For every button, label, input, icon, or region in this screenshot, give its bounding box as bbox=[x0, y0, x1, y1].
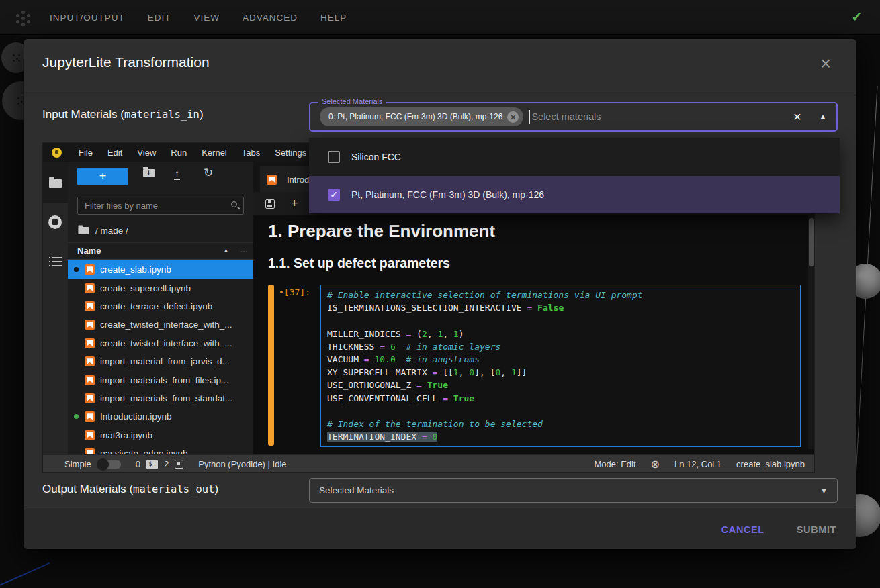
output-materials-select[interactable]: Selected Materials ▼ bbox=[309, 478, 838, 503]
notebook-file-icon bbox=[85, 338, 95, 348]
file-row[interactable]: Introduction.ipynb bbox=[68, 407, 253, 426]
code-line bbox=[327, 314, 794, 327]
file-name: import_material_from_jarvis_d... bbox=[100, 356, 230, 366]
app-bar: INPUT/OUTPUTEDITVIEWADVANCEDHELP ✓ bbox=[0, 0, 880, 35]
terminal-icon: $_ bbox=[146, 460, 158, 469]
filter-files-input[interactable]: Filter files by name bbox=[77, 197, 244, 215]
materials-dropdown-menu: Silicon FCC✓Pt, Platinum, FCC (Fm-3m) 3D… bbox=[309, 138, 840, 213]
jupyter-menus: FileEditViewRunKernelTabsSettings bbox=[71, 148, 314, 158]
appbar-menu-edit[interactable]: EDIT bbox=[148, 13, 171, 23]
divider bbox=[24, 93, 856, 93]
jupyter-menu-run[interactable]: Run bbox=[163, 148, 194, 158]
vertical-scrollbar[interactable] bbox=[808, 215, 815, 449]
material-chip-label: 0: Pt, Platinum, FCC (Fm-3m) 3D (Bulk), … bbox=[328, 112, 502, 121]
sort-caret-icon[interactable]: ▲ bbox=[223, 247, 229, 254]
running-sessions-icon[interactable] bbox=[48, 215, 62, 229]
file-row[interactable]: create_twisted_interface_with_... bbox=[68, 315, 253, 334]
filter-placeholder: Filter files by name bbox=[85, 201, 158, 211]
code-line: USE_ORTHOGONAL_Z = True bbox=[327, 379, 794, 391]
notebook-file-icon bbox=[85, 320, 95, 330]
jupyter-menu-edit[interactable]: Edit bbox=[100, 148, 130, 158]
close-icon[interactable]: × bbox=[820, 55, 831, 73]
more-icon[interactable]: … bbox=[240, 245, 248, 254]
file-row[interactable]: create_supercell.ipynb bbox=[68, 279, 253, 297]
trust-shield-icon[interactable]: ⊗ bbox=[651, 458, 660, 471]
chip-delete-icon[interactable]: × bbox=[507, 111, 519, 123]
new-launcher-button[interactable]: + bbox=[77, 168, 128, 185]
cell-collapser-bar[interactable] bbox=[268, 285, 274, 446]
appbar-menu-view[interactable]: VIEW bbox=[194, 13, 220, 23]
submit-button[interactable]: SUBMIT bbox=[797, 524, 836, 535]
appbar-menu-advanced[interactable]: ADVANCED bbox=[243, 13, 298, 23]
appbar-menu-input-output[interactable]: INPUT/OUTPUT bbox=[50, 13, 125, 23]
upload-icon[interactable]: ↑ bbox=[174, 169, 180, 180]
clear-selection-icon[interactable]: × bbox=[793, 110, 801, 124]
file-browser-icon[interactable] bbox=[49, 179, 62, 188]
mode-indicator: Mode: Edit bbox=[594, 459, 635, 469]
app-logo-icon[interactable] bbox=[16, 11, 31, 26]
jupyter-menu-kernel[interactable]: Kernel bbox=[194, 148, 234, 158]
cursor-position[interactable]: Ln 12, Col 1 bbox=[674, 459, 721, 469]
file-row[interactable]: create_slab.ipynb bbox=[68, 260, 253, 279]
checkbox-checked-icon[interactable]: ✓ bbox=[328, 189, 340, 201]
notebook-file-icon bbox=[85, 448, 95, 454]
jupyterlite-transformation-dialog: JupyterLite Transformation × Input Mater… bbox=[24, 39, 856, 549]
material-chip[interactable]: 0: Pt, Platinum, FCC (Fm-3m) 3D (Bulk), … bbox=[320, 107, 523, 126]
new-folder-icon[interactable]: + bbox=[143, 169, 155, 177]
kernel-count[interactable]: 2 bbox=[164, 459, 169, 469]
jupyter-menu-file[interactable]: File bbox=[71, 148, 100, 158]
refresh-icon[interactable]: ↻ bbox=[204, 168, 213, 179]
file-name: create_slab.ipynb bbox=[100, 264, 171, 275]
chevron-up-icon[interactable]: ▲ bbox=[819, 112, 827, 121]
notebook-file-icon bbox=[85, 411, 95, 422]
terminal-count[interactable]: 0 bbox=[136, 459, 140, 469]
breadcrumb[interactable]: / made / bbox=[77, 226, 128, 236]
code-line: # Index of the termination to be selecte… bbox=[327, 418, 794, 430]
code-line: TERMINATION_INDEX = 0 bbox=[327, 430, 794, 443]
file-browser-panel: + + ↑ ↻ Filter files by name / made / Na… bbox=[68, 162, 253, 454]
save-icon[interactable] bbox=[265, 199, 275, 209]
code-line: MILLER_INDICES = (2, 1, 1) bbox=[327, 328, 794, 340]
simple-mode-label: Simple bbox=[64, 459, 91, 469]
materials-options: Silicon FCC✓Pt, Platinum, FCC (Fm-3m) 3D… bbox=[309, 138, 840, 213]
file-row[interactable]: import_materials_from_standat... bbox=[68, 389, 253, 407]
file-name: create_terrace_defect.ipynb bbox=[100, 301, 212, 311]
code-line bbox=[327, 405, 794, 418]
dialog-footer: CANCEL SUBMIT bbox=[24, 509, 856, 549]
code-editor[interactable]: # Enable interactive selection of termin… bbox=[327, 289, 794, 443]
file-row[interactable]: create_terrace_defect.ipynb bbox=[68, 297, 253, 315]
code-cell[interactable]: # Enable interactive selection of termin… bbox=[320, 285, 801, 447]
output-select-value: Selected Materials bbox=[319, 485, 394, 495]
material-option[interactable]: Silicon FCC bbox=[309, 138, 840, 176]
file-row[interactable]: import_materials_from_files.ip... bbox=[68, 371, 253, 389]
select-materials-placeholder[interactable]: Select materials bbox=[531, 111, 793, 122]
notebook-file-icon bbox=[85, 264, 95, 275]
material-option[interactable]: ✓Pt, Platinum, FCC (Fm-3m) 3D (Bulk), mp… bbox=[309, 176, 840, 213]
file-name: create_twisted_interface_with_... bbox=[100, 338, 232, 348]
selected-materials-field[interactable]: Selected Materials 0: Pt, Platinum, FCC … bbox=[309, 102, 838, 132]
kernel-status[interactable]: Python (Pyodide) | Idle bbox=[198, 459, 286, 469]
file-row[interactable]: create_twisted_interface_with_... bbox=[68, 334, 253, 352]
table-of-contents-icon[interactable] bbox=[49, 257, 62, 266]
markdown-heading-2: 1.1. Set up defect parameters bbox=[268, 256, 450, 271]
code-line: THICKNESS = 6 # in atomic layers bbox=[327, 340, 794, 353]
appbar-menu-help[interactable]: HELP bbox=[320, 13, 347, 23]
file-list-header[interactable]: Name ▲ … bbox=[68, 242, 253, 260]
open-file-dot bbox=[74, 267, 79, 272]
file-row[interactable]: import_material_from_jarvis_d... bbox=[68, 352, 253, 371]
jupyter-menu-settings[interactable]: Settings bbox=[267, 148, 314, 158]
file-row[interactable]: passivate_edge.ipynb bbox=[68, 444, 253, 454]
add-cell-icon[interactable]: + bbox=[291, 197, 298, 211]
search-icon bbox=[231, 201, 237, 207]
file-name: passivate_edge.ipynb bbox=[100, 448, 188, 454]
checkbox-unchecked-icon[interactable] bbox=[328, 151, 340, 163]
jupyter-menu-tabs[interactable]: Tabs bbox=[234, 148, 267, 158]
cancel-button[interactable]: CANCEL bbox=[721, 524, 764, 535]
notebook-file-icon bbox=[85, 301, 95, 311]
file-list: create_slab.ipynbcreate_supercell.ipynbc… bbox=[68, 260, 253, 454]
jupyter-menu-view[interactable]: View bbox=[130, 148, 163, 158]
file-row[interactable]: mat3ra.ipynb bbox=[68, 426, 253, 444]
file-name: create_twisted_interface_with_... bbox=[100, 320, 232, 330]
markdown-heading-1: 1. Prepare the Environment bbox=[268, 221, 495, 242]
simple-mode-toggle[interactable] bbox=[98, 460, 121, 469]
